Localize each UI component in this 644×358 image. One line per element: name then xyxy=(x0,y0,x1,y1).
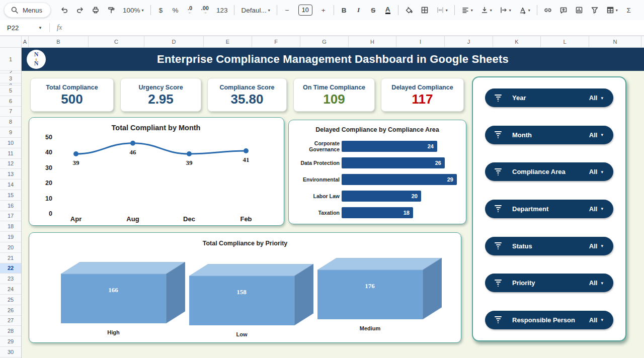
row-header-1[interactable]: 1 xyxy=(0,48,21,71)
insert-chart-button[interactable] xyxy=(572,4,586,17)
priority-chart-card[interactable]: Total Compliance by Priority 166High158L… xyxy=(29,232,461,343)
text-wrapping-button[interactable]: ▾ xyxy=(497,4,514,17)
undo-button[interactable] xyxy=(57,4,71,17)
slicer-value-dropdown[interactable]: All▾ xyxy=(589,205,603,213)
slicer-value-dropdown[interactable]: All▾ xyxy=(589,94,603,102)
row-header-28[interactable]: 28 xyxy=(0,326,21,336)
more-formats-button[interactable]: 123 xyxy=(213,4,231,17)
row-header-13[interactable]: 13 xyxy=(0,169,21,180)
paint-format-button[interactable] xyxy=(104,4,118,17)
row-header-12[interactable]: 12 xyxy=(0,159,21,169)
row-header-9[interactable]: 9 xyxy=(0,127,21,138)
row-header-10[interactable]: 10 xyxy=(0,138,21,148)
column-header-C[interactable]: C xyxy=(89,36,144,48)
select-all-corner[interactable] xyxy=(0,36,22,48)
redo-button[interactable] xyxy=(73,4,87,17)
increase-decimal-button[interactable]: .00→ xyxy=(198,4,212,17)
merge-cells-button[interactable]: ▾ xyxy=(433,4,451,17)
google-sheets-app: Menus100%▾$%.0←.00→123Defaul...▾−10+BISA… xyxy=(0,0,644,358)
column-header-E[interactable]: E xyxy=(204,36,252,48)
format-currency-button[interactable]: $ xyxy=(154,4,168,17)
row-header-15[interactable]: 15 xyxy=(0,190,21,201)
bar-chart-plot: Corporate Governance24Data Protection26E… xyxy=(294,138,461,221)
kpi-card-2: Urgency Score2.95 xyxy=(120,78,201,112)
row-header-27[interactable]: 27 xyxy=(0,316,21,326)
row-label: 20 xyxy=(8,244,14,250)
table-views-button[interactable]: ▾ xyxy=(603,4,621,17)
row-header-20[interactable]: 20 xyxy=(0,242,21,253)
slicer-responsible-person[interactable]: Responsible PersonAll▾ xyxy=(485,311,613,329)
row-header-11[interactable]: 11 xyxy=(0,148,21,159)
slicer-compliance-area[interactable]: Compliance AreaAll▾ xyxy=(485,162,613,181)
functions-button[interactable]: Σ xyxy=(622,4,635,17)
box-value-label: 158 xyxy=(236,288,247,296)
name-box[interactable]: P22 ▼ xyxy=(0,24,46,32)
column-header-H[interactable]: H xyxy=(349,36,396,48)
slicer-status[interactable]: StatusAll▾ xyxy=(485,237,613,255)
row-header-16[interactable]: 16 xyxy=(0,201,21,211)
slicer-value-dropdown[interactable]: All▾ xyxy=(589,168,603,175)
slicer-value-dropdown[interactable]: All▾ xyxy=(589,242,603,250)
sheet-canvas[interactable]: Enterprise Compliance Management Dashboa… xyxy=(22,48,644,358)
decrease-decimal-button[interactable]: .0← xyxy=(184,4,197,17)
decrease-font-size-button[interactable]: − xyxy=(281,4,294,17)
column-header-I[interactable]: I xyxy=(396,36,445,48)
column-header-B[interactable]: B xyxy=(29,36,89,48)
bar-chart-card[interactable]: Delayed Compliance by Compliance Area Co… xyxy=(288,120,466,224)
print-button[interactable] xyxy=(89,4,103,17)
format-percent-button[interactable]: % xyxy=(169,4,182,17)
row-header-23[interactable]: 23 xyxy=(0,274,21,284)
slicer-department[interactable]: DepartmentAll▾ xyxy=(485,200,613,218)
insert-comment-button[interactable] xyxy=(556,4,571,17)
column-header-K[interactable]: K xyxy=(493,36,541,48)
column-header-J[interactable]: J xyxy=(445,36,493,48)
column-header-F[interactable]: F xyxy=(252,36,300,48)
slicer-priority[interactable]: PriorityAll▾ xyxy=(485,274,613,292)
column-header-L[interactable]: L xyxy=(541,36,589,48)
row-header-7[interactable]: 7 xyxy=(0,107,21,117)
text-color-button[interactable]: A xyxy=(381,4,394,17)
row-header-14[interactable]: 14 xyxy=(0,180,21,190)
horizontal-align-button[interactable]: ▾ xyxy=(458,4,476,17)
zoom-selector[interactable]: 100%▾ xyxy=(120,4,147,17)
slicer-month[interactable]: MonthAll▾ xyxy=(485,126,613,144)
row-header-3[interactable]: 3 xyxy=(0,73,21,83)
row-header-6[interactable]: 6 xyxy=(0,96,21,107)
font-selector[interactable]: Defaul...▾ xyxy=(238,4,273,17)
row-header-8[interactable]: 8 xyxy=(0,117,21,127)
bold-button[interactable]: B xyxy=(338,4,351,17)
italic-button[interactable]: I xyxy=(352,4,365,17)
row-header-19[interactable]: 19 xyxy=(0,232,21,242)
row-header-22[interactable]: 22 xyxy=(0,263,21,274)
slicer-value-dropdown[interactable]: All▾ xyxy=(589,316,603,324)
column-header-N[interactable]: N xyxy=(589,36,641,48)
vertical-align-button[interactable]: ▾ xyxy=(477,4,495,17)
increase-font-size-button[interactable]: + xyxy=(317,4,330,17)
row-header-5[interactable]: 5 xyxy=(0,85,21,96)
text-rotation-button[interactable]: ▾ xyxy=(516,4,533,17)
column-header-end[interactable] xyxy=(641,36,644,48)
row-header-30[interactable]: 30 xyxy=(0,347,21,357)
row-header-24[interactable]: 24 xyxy=(0,284,21,295)
fill-color-button[interactable] xyxy=(402,4,416,17)
slicer-value-dropdown[interactable]: All▾ xyxy=(589,279,603,287)
borders-button[interactable] xyxy=(418,4,432,17)
row-header-21[interactable]: 21 xyxy=(0,253,21,263)
slicer-year[interactable]: YearAll▾ xyxy=(485,88,613,107)
column-header-D[interactable]: D xyxy=(144,36,204,48)
font-size-input[interactable]: 10 xyxy=(295,4,315,17)
row-header-17[interactable]: 17 xyxy=(0,211,21,222)
strikethrough-button[interactable]: S xyxy=(367,4,380,17)
menus-button[interactable]: Menus xyxy=(4,3,51,18)
create-filter-button[interactable] xyxy=(588,4,602,17)
row-header-26[interactable]: 26 xyxy=(0,305,21,316)
kpi-card-3: Compliance Score35.80 xyxy=(207,78,287,112)
column-header-A[interactable]: A xyxy=(22,36,29,48)
column-header-G[interactable]: G xyxy=(300,36,349,48)
insert-link-button[interactable] xyxy=(541,4,555,17)
row-header-29[interactable]: 29 xyxy=(0,336,21,347)
row-header-18[interactable]: 18 xyxy=(0,221,21,232)
row-header-25[interactable]: 25 xyxy=(0,295,21,305)
slicer-value-dropdown[interactable]: All▾ xyxy=(589,131,603,139)
line-chart-card[interactable]: Total Compliant by Month5040302010039Apr… xyxy=(29,117,284,226)
